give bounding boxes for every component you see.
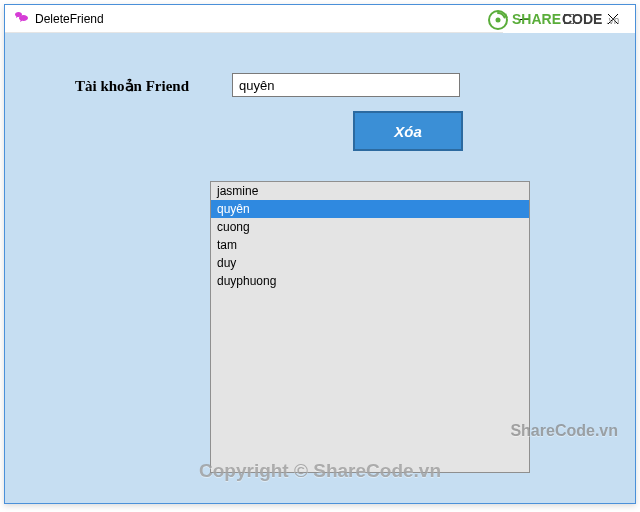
list-item[interactable]: quyên [211,200,529,218]
window-controls [503,5,635,33]
minimize-button[interactable] [503,5,547,33]
list-item[interactable]: tam [211,236,529,254]
svg-rect-0 [520,19,530,20]
delete-button[interactable]: Xóa [353,111,463,151]
delete-button-label: Xóa [394,123,422,140]
list-item[interactable]: cuong [211,218,529,236]
friend-account-input[interactable] [232,73,460,97]
friend-listbox[interactable]: jasminequyêncuongtamduyduyphuong [210,181,530,473]
titlebar[interactable]: DeleteFriend [5,5,635,33]
list-item[interactable]: jasmine [211,182,529,200]
close-button[interactable] [591,5,635,33]
window-frame: DeleteFriend Tài khoản Friend Xóa jasmin… [4,4,636,504]
svg-rect-1 [564,14,574,24]
app-chat-icon [13,11,29,27]
client-area: Tài khoản Friend Xóa jasminequyêncuongta… [5,33,635,503]
window-title: DeleteFriend [35,12,104,26]
list-item[interactable]: duy [211,254,529,272]
list-item[interactable]: duyphuong [211,272,529,290]
maximize-button[interactable] [547,5,591,33]
friend-account-label: Tài khoản Friend [75,77,189,95]
